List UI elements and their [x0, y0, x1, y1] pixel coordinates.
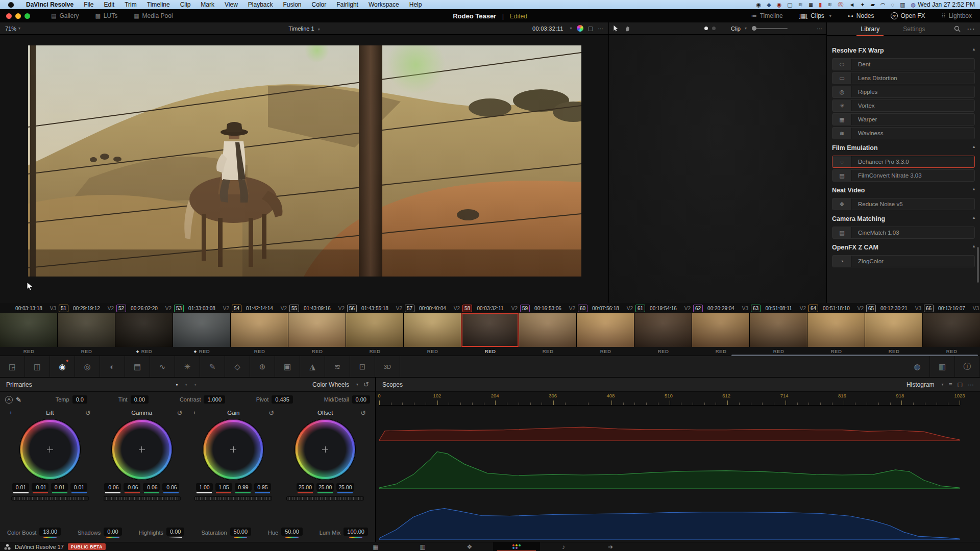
clip-number-badge[interactable]: 52 [116, 305, 126, 312]
page-edit[interactable]: ▥ [399, 542, 446, 551]
chevron-down-icon[interactable]: ▾ [18, 26, 20, 31]
timeline-view-button[interactable]: ≔ Timeline [743, 9, 791, 22]
collapse-icon[interactable]: ▴ [973, 244, 975, 251]
expand-icon[interactable]: ▢ [588, 25, 593, 32]
fx-section-title[interactable]: Neat Video▴ [832, 187, 975, 194]
node-zoom-slider[interactable] [752, 28, 788, 29]
reset-icon[interactable]: ↺ [85, 409, 91, 417]
clip-thumbnail[interactable] [404, 313, 461, 347]
scrollbar[interactable] [977, 247, 979, 283]
clip-number-badge[interactable]: 54 [232, 305, 241, 312]
node-view-select[interactable]: Clip ▾ [731, 26, 747, 32]
search-icon[interactable] [954, 26, 961, 32]
3d-icon[interactable]: 3D [375, 356, 400, 377]
fx-item[interactable]: ▤CineMatch 1.03 [832, 227, 975, 239]
master-wheel-slider[interactable] [11, 496, 89, 500]
target-icon[interactable]: + [192, 410, 195, 416]
fx-item[interactable]: ◎Ripples [832, 86, 975, 98]
hdr-wheels-icon[interactable]: ◎ [75, 356, 100, 377]
auto-balance-button[interactable]: A [5, 396, 13, 404]
wheel-value[interactable]: -0.06 [124, 483, 140, 491]
fx-section-title[interactable]: OpenFX Z CAM▴ [832, 244, 975, 251]
control-value[interactable]: 100.00 [344, 528, 368, 536]
lightbox-button[interactable]: ⠿ Lightbox [934, 9, 980, 22]
viewer-timecode[interactable]: 00:03:32:11 [532, 26, 564, 32]
fx-section-title[interactable]: Camera Matching▴ [832, 215, 975, 222]
menubar-item-playback[interactable]: Playback [243, 1, 278, 8]
clip-thumbnail[interactable] [634, 313, 692, 347]
clip-number-badge[interactable]: 65 [866, 305, 876, 312]
white-balance-picker-icon[interactable]: ✎ [16, 396, 21, 404]
color-wheel[interactable] [112, 419, 172, 480]
nodes-button[interactable]: ⊶ Nodes [840, 9, 883, 22]
scope-mode-select[interactable]: Histogram ▾ ≡ ▢ ··· [906, 381, 974, 388]
shape-icon[interactable]: ◆ [767, 2, 771, 8]
levels-icon[interactable]: ▮ [819, 2, 822, 8]
clip-number-badge[interactable]: 55 [289, 305, 299, 312]
fx-item[interactable]: ⬭Dent [832, 58, 975, 70]
scope-settings-icon[interactable]: ≡ [949, 381, 952, 388]
adjust-value[interactable]: 0.00 [131, 395, 149, 404]
clips-button[interactable]: ]▦[ Clips ▾ [791, 9, 840, 22]
clip-thumbnail[interactable] [923, 313, 980, 347]
scopes-icon[interactable]: ▥ [930, 356, 955, 377]
color-match-icon[interactable]: ◫ [25, 356, 50, 377]
camera-icon[interactable]: ◉ [777, 2, 782, 8]
clip-number-badge[interactable]: 53 [174, 305, 184, 312]
palette-page-dots[interactable]: ● ● ● [0, 383, 375, 386]
wheel-value[interactable]: -0.06 [143, 483, 160, 491]
media-lut-icon[interactable]: ▤ [125, 356, 150, 377]
menubar-item-edit[interactable]: Edit [99, 1, 120, 8]
zoom-window-button[interactable] [24, 13, 30, 19]
menubar-item-workspace[interactable]: Workspace [363, 1, 404, 8]
control-value[interactable]: 0.00 [104, 528, 121, 536]
fx-item[interactable]: ◌Dehancer Pro 3.3.0 [832, 156, 975, 168]
color-wheel-icon[interactable] [577, 25, 583, 32]
wheel-value[interactable]: 1.00 [196, 483, 213, 491]
record-icon[interactable]: ◉ [756, 2, 762, 8]
spotlight-icon[interactable]: ◌ [891, 2, 895, 8]
menubar-item-trim[interactable]: Trim [119, 1, 142, 8]
fx-section-title[interactable]: Resolve FX Warp▴ [832, 47, 975, 54]
master-wheel-slider[interactable] [103, 496, 181, 500]
info-icon[interactable]: ⓘ [955, 356, 980, 377]
wifi-icon[interactable]: ◠ [880, 2, 886, 8]
clip-number-badge[interactable]: 58 [462, 305, 472, 312]
menubar-item-color[interactable]: Color [307, 1, 332, 8]
menu-app-name[interactable]: DaVinci Resolve [21, 1, 79, 8]
app-window-icon[interactable]: ≋ [798, 2, 803, 8]
clip-number-badge[interactable]: 60 [578, 305, 587, 312]
collapse-icon[interactable]: ▴ [973, 47, 975, 54]
clip-thumbnail[interactable] [0, 313, 58, 347]
page-fairlight[interactable]: ♪ [540, 542, 587, 551]
control-value[interactable]: 13.00 [39, 528, 61, 536]
bluetooth-icon[interactable]: ✦ [860, 2, 865, 8]
wheel-value[interactable]: 25.00 [336, 483, 354, 491]
clip-thumbnail[interactable] [231, 313, 288, 347]
menubar-item-mark[interactable]: Mark [195, 1, 219, 8]
scope-options-icon[interactable]: ··· [968, 381, 974, 388]
node-options-icon[interactable]: ··· [817, 26, 822, 32]
control-value[interactable]: 50.00 [281, 528, 303, 536]
clip-thumbnail[interactable] [519, 313, 577, 347]
wheel-value[interactable]: 25.00 [297, 483, 314, 491]
clip-thumbnail[interactable] [692, 313, 750, 347]
gallery-button[interactable]: ▤ Gallery [43, 9, 87, 22]
clip-number-badge[interactable]: 57 [405, 305, 414, 312]
fx-item[interactable]: ≋Waviness [832, 127, 975, 139]
adjust-value[interactable]: 0.435 [272, 395, 293, 404]
page-fusion[interactable]: ❖ [446, 542, 493, 551]
volume-icon[interactable]: ◄ [849, 2, 854, 8]
clip-thumbnail[interactable] [807, 313, 865, 347]
fx-item[interactable]: ◔ZlogColor [832, 255, 975, 267]
menubar-item-file[interactable]: File [79, 1, 99, 8]
wheel-value[interactable]: 0.95 [254, 483, 271, 491]
warper-mesh-icon[interactable]: ✳ [175, 356, 200, 377]
clip-number-badge[interactable]: 56 [347, 305, 357, 312]
blur-icon[interactable]: ≋ [325, 356, 350, 377]
tracker-icon[interactable]: ⊕ [250, 356, 275, 377]
menubar-item-clip[interactable]: Clip [175, 1, 196, 8]
reset-icon[interactable]: ↺ [177, 409, 183, 417]
target-icon[interactable]: + [9, 410, 12, 416]
rgb-mixer-icon[interactable]: ◐ [100, 356, 125, 377]
